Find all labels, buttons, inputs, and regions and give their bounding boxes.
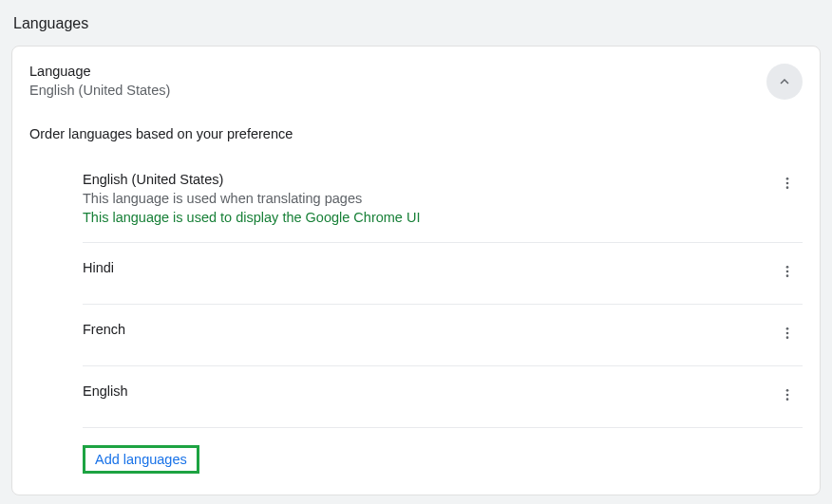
- card-header-text: Language English (United States): [29, 64, 766, 98]
- svg-point-3: [786, 266, 789, 269]
- svg-point-2: [786, 186, 789, 189]
- card-header-subtitle: English (United States): [29, 83, 766, 98]
- language-item-text: English: [83, 383, 772, 399]
- collapse-button[interactable]: [766, 64, 803, 100]
- svg-point-6: [786, 327, 789, 330]
- language-detail: This language is used when translating p…: [83, 191, 772, 206]
- more-vert-icon: [780, 387, 795, 402]
- more-vert-icon: [780, 326, 795, 341]
- card-header-title: Language: [29, 64, 766, 79]
- svg-point-11: [786, 398, 789, 401]
- language-name: English: [83, 383, 772, 399]
- chevron-up-icon: [776, 73, 793, 90]
- svg-point-0: [786, 177, 789, 180]
- language-ui-note: This language is used to display the Goo…: [83, 210, 772, 225]
- language-more-button[interactable]: [772, 318, 803, 348]
- order-description: Order languages based on your preference: [29, 126, 803, 141]
- more-vert-icon: [780, 176, 795, 191]
- svg-point-7: [786, 332, 789, 335]
- language-name: French: [83, 322, 772, 337]
- language-item-text: English (United States) This language is…: [83, 172, 772, 225]
- language-item-text: Hindi: [83, 260, 772, 275]
- language-item-french: French: [83, 305, 803, 366]
- svg-point-5: [786, 274, 789, 277]
- language-more-button[interactable]: [772, 168, 803, 198]
- language-more-button[interactable]: [772, 380, 803, 410]
- language-item-english-us: English (United States) This language is…: [83, 155, 803, 243]
- language-settings-card: Language English (United States) Order l…: [11, 46, 821, 495]
- svg-point-10: [786, 394, 789, 397]
- language-name: Hindi: [83, 260, 772, 275]
- language-list: English (United States) This language is…: [83, 155, 803, 474]
- svg-point-8: [786, 336, 789, 339]
- add-languages-button[interactable]: Add languages: [95, 452, 187, 467]
- add-languages-wrap: Add languages: [83, 445, 803, 474]
- more-vert-icon: [780, 264, 795, 279]
- page-title: Languages: [11, 0, 821, 46]
- card-header: Language English (United States): [29, 64, 803, 100]
- add-languages-highlight: Add languages: [83, 445, 199, 474]
- language-item-hindi: Hindi: [83, 243, 803, 305]
- svg-point-1: [786, 182, 789, 185]
- language-item-english: English: [83, 366, 803, 428]
- svg-point-4: [786, 271, 789, 273]
- language-item-text: French: [83, 322, 772, 337]
- language-name: English (United States): [83, 172, 772, 187]
- svg-point-9: [786, 389, 789, 392]
- language-more-button[interactable]: [772, 256, 803, 287]
